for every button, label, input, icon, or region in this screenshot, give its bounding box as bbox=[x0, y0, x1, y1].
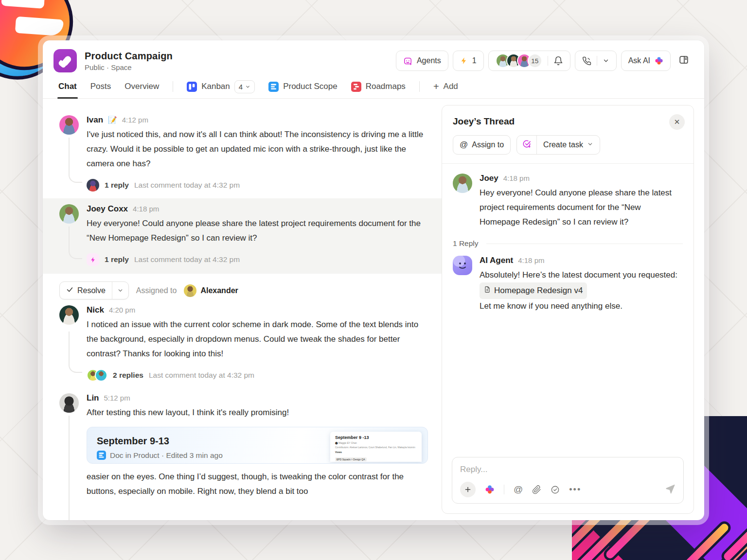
kanban-count-dropdown[interactable]: 4 bbox=[234, 80, 255, 93]
doc-icon bbox=[268, 82, 279, 92]
reply-count-divider: 1 Reply bbox=[453, 239, 683, 248]
doc-page-icon bbox=[484, 283, 491, 298]
agents-button[interactable]: Agents bbox=[396, 51, 448, 71]
thread-summary[interactable]: 1 reply Last comment today at 4:32 pm bbox=[87, 179, 428, 192]
thread-root-message: Joey 4:18 pm Hey everyone! Could anyone … bbox=[453, 174, 683, 229]
member-avatars[interactable]: 15 bbox=[496, 53, 542, 68]
add-attachment-button[interactable] bbox=[460, 482, 476, 497]
sidebar-layout-icon bbox=[678, 54, 689, 67]
reply-input[interactable] bbox=[460, 465, 676, 474]
assignee-chip[interactable]: Alexander bbox=[184, 284, 238, 297]
mention-button[interactable]: @ bbox=[514, 484, 523, 495]
close-thread-button[interactable]: ✕ bbox=[669, 114, 685, 130]
chevron-down-icon bbox=[587, 140, 593, 149]
kanban-icon bbox=[187, 82, 197, 92]
create-task-from-reply-button[interactable] bbox=[551, 485, 560, 494]
chevron-down-icon bbox=[245, 83, 250, 91]
avatar bbox=[95, 369, 107, 382]
close-icon: ✕ bbox=[674, 118, 680, 126]
toggle-panel-button[interactable] bbox=[675, 52, 693, 70]
page-title: Product Campaign bbox=[85, 51, 173, 62]
avatar bbox=[59, 204, 79, 224]
thread-reply-message: AI Agent 4:18 pm Absolutely! Here’s the … bbox=[453, 256, 683, 314]
roadmap-icon bbox=[351, 82, 361, 92]
bell-icon bbox=[553, 56, 563, 66]
tab-overview[interactable]: Overview bbox=[124, 75, 159, 98]
avatar bbox=[59, 393, 79, 413]
ai-flower-icon bbox=[655, 56, 663, 65]
call-button[interactable] bbox=[582, 56, 591, 66]
assign-to-button[interactable]: @ Assign to bbox=[453, 135, 511, 155]
more-options-button[interactable]: ••• bbox=[569, 487, 581, 492]
tab-kanban[interactable]: Kanban 4 bbox=[187, 75, 255, 98]
create-task-button[interactable]: Create task bbox=[516, 135, 600, 155]
attach-file-button[interactable] bbox=[532, 485, 541, 494]
add-view-button[interactable]: + Add bbox=[433, 75, 458, 98]
task-check-icon bbox=[522, 140, 531, 150]
tab-roadmaps[interactable]: Roadmaps bbox=[351, 75, 406, 98]
call-pill bbox=[575, 51, 617, 71]
energy-button[interactable]: 1 bbox=[453, 51, 484, 71]
ai-assist-button[interactable] bbox=[485, 485, 495, 494]
message-lin: Lin 5:12 pm After testing this new layou… bbox=[43, 385, 442, 502]
resolve-button[interactable]: Resolve bbox=[59, 281, 129, 299]
doc-preview-thumbnail: September 9 -13 ⬤ Maggie EY Chan Contrib… bbox=[330, 432, 422, 462]
status-emoji: 📝 bbox=[108, 116, 117, 124]
ask-ai-button[interactable]: Ask AI bbox=[621, 51, 671, 71]
window-header: Product Campaign Public · Space Agents 1 bbox=[43, 40, 704, 72]
chevron-down-icon bbox=[603, 57, 609, 64]
message-nick: Nick 4:20 pm I noticed an issue with the… bbox=[43, 303, 442, 385]
resolve-options-button[interactable] bbox=[112, 282, 128, 299]
plus-icon: + bbox=[433, 82, 439, 91]
doc-icon bbox=[97, 451, 106, 460]
notifications-button[interactable] bbox=[553, 56, 563, 66]
page-subtitle: Public · Space bbox=[85, 63, 173, 71]
ai-bolt-icon bbox=[87, 253, 99, 266]
tab-product-scope[interactable]: Product Scope bbox=[268, 75, 338, 98]
avatar bbox=[59, 115, 79, 135]
thread-summary[interactable]: 1 reply Last comment today at 4:32 pm bbox=[87, 253, 428, 266]
avatar bbox=[453, 174, 472, 193]
message-ivan: Ivan 📝 4:12 pm I've just noticed this, a… bbox=[43, 109, 442, 194]
chat-message-list: Ivan 📝 4:12 pm I've just noticed this, a… bbox=[43, 99, 442, 520]
ai-agent-avatar bbox=[453, 256, 472, 275]
app-window: Product Campaign Public · Space Agents 1 bbox=[43, 40, 704, 520]
at-icon: @ bbox=[460, 140, 468, 150]
thread-title: Joey’s Thread bbox=[453, 116, 683, 127]
check-icon bbox=[66, 286, 73, 295]
thread-panel: Joey’s Thread ✕ @ Assign to bbox=[442, 105, 694, 514]
thread-summary[interactable]: 2 replies Last comment today at 4:32 pm bbox=[87, 369, 428, 382]
message-actions-row: Resolve Assigned to Alexander bbox=[43, 274, 442, 303]
reply-composer[interactable]: @ ••• bbox=[452, 457, 684, 504]
member-count-badge: 15 bbox=[528, 53, 542, 68]
members-notifications-pill: 15 bbox=[488, 51, 570, 71]
agent-robot-icon bbox=[403, 56, 412, 66]
lightning-icon bbox=[460, 56, 468, 65]
call-options-button[interactable] bbox=[603, 57, 609, 64]
send-button[interactable] bbox=[665, 483, 676, 496]
space-icon[interactable] bbox=[53, 49, 77, 72]
message-joey[interactable]: Joey Coxx 4:18 pm Hey everyone! Could an… bbox=[43, 198, 442, 274]
avatar bbox=[184, 284, 196, 297]
doc-link-chip[interactable]: Homepage Redesign v4 bbox=[480, 282, 587, 299]
tab-chat[interactable]: Chat bbox=[58, 75, 77, 98]
tab-posts[interactable]: Posts bbox=[90, 75, 111, 98]
tab-bar: Chat Posts Overview Kanban 4 Product Sco… bbox=[43, 75, 704, 99]
avatar bbox=[87, 179, 99, 192]
create-task-label-segment[interactable]: Create task bbox=[536, 136, 600, 154]
doc-attachment-card[interactable]: September 9-13 Doc in Product · Edited 3… bbox=[87, 427, 428, 464]
phone-icon bbox=[582, 56, 591, 66]
avatar bbox=[59, 305, 79, 325]
header-toolbar: Agents 1 15 bbox=[396, 51, 693, 71]
